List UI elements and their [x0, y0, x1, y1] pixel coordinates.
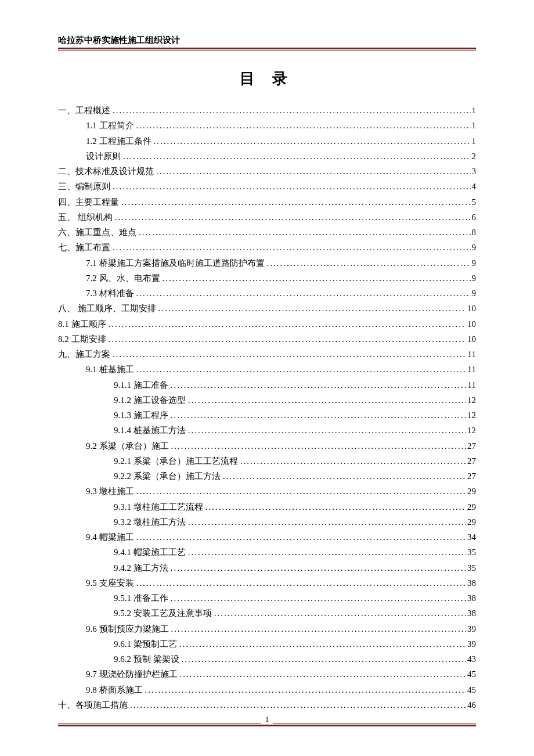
toc-row[interactable]: 9.5.1 准备工作38 — [58, 591, 476, 606]
toc-entry-label: 一、工程概述 — [58, 103, 110, 118]
toc-leader-dots — [221, 469, 466, 484]
toc-leader-dots — [106, 332, 467, 347]
toc-row[interactable]: 一、工程概述1 — [58, 103, 476, 118]
toc-row[interactable]: 9.3.2 墩柱施工方法29 — [58, 514, 476, 530]
toc-row[interactable]: 9.1.1 施工准备11 — [58, 377, 476, 393]
toc-entry-label: 9.7 现浇砼防撞护栏施工 — [86, 667, 178, 682]
toc-row[interactable]: 7.3 材料准备9 — [58, 286, 476, 301]
toc-row[interactable]: 设计原则2 — [58, 149, 476, 164]
toc-leader-dots — [186, 514, 466, 530]
toc-entry-label: 五、 组织机构 — [58, 210, 113, 225]
toc-entry-page: 29 — [466, 514, 476, 530]
toc-entry-page: 5 — [471, 195, 477, 210]
toc-entry-label: 三、编制原则 — [58, 179, 110, 194]
toc-row[interactable]: 9.3 墩柱施工29 — [58, 484, 476, 499]
toc-row[interactable]: 七、施工布置9 — [58, 240, 476, 255]
toc-entry-page: 1 — [471, 103, 477, 118]
toc-leader-dots — [110, 347, 467, 362]
toc-entry-label: 四、主要工程量 — [58, 195, 119, 210]
toc-entry-label: 八、 施工顺序、工期安排 — [58, 301, 156, 316]
toc-entry-label: 9.6.1 梁预制工艺 — [114, 636, 177, 651]
toc-row[interactable]: 五、 组织机构6 — [58, 210, 476, 225]
toc-row[interactable]: 8.2 工期安排10 — [58, 332, 476, 347]
toc-row[interactable]: 9.1.4 桩基施工方法12 — [58, 423, 476, 438]
toc-entry-label: 9.1 桩基施工 — [86, 362, 134, 377]
toc-row[interactable]: 8.1 施工顺序10 — [58, 316, 476, 332]
toc-row[interactable]: 9.6 预制预应力梁施工39 — [58, 621, 476, 636]
toc-row[interactable]: 9.4 帽梁施工34 — [58, 530, 476, 545]
toc-leader-dots — [169, 621, 467, 636]
toc-entry-page: 11 — [467, 347, 476, 362]
toc-entry-label: 7.2 风、水、电布置 — [86, 271, 160, 286]
toc-row[interactable]: 9.4.1 帽梁施工工艺35 — [58, 545, 476, 560]
toc-entry-page: 9 — [471, 255, 477, 271]
toc-row[interactable]: 7.2 风、水、电布置9 — [58, 271, 476, 286]
toc-entry-label: 9.1.4 桩基施工方法 — [114, 423, 186, 438]
toc-entry-page: 35 — [466, 545, 476, 560]
toc-row[interactable]: 三、编制原则4 — [58, 179, 476, 194]
toc-entry-page: 38 — [466, 606, 476, 621]
header-rule — [58, 48, 476, 51]
toc-leader-dots — [169, 438, 467, 453]
toc-row[interactable]: 9.7 现浇砼防撞护栏施工45 — [58, 667, 476, 682]
toc-entry-label: 9.4.1 帽梁施工工艺 — [114, 545, 186, 560]
toc-entry-page: 35 — [466, 560, 476, 575]
toc-entry-label: 9.2 系梁（承台）施工 — [86, 438, 169, 453]
toc-row[interactable]: 九、施工方案11 — [58, 347, 476, 362]
toc-leader-dots — [156, 301, 466, 316]
toc-row[interactable]: 9.8 桥面系施工45 — [58, 682, 476, 697]
toc-leader-dots — [121, 149, 471, 164]
toc-entry-page: 10 — [466, 332, 476, 347]
toc-row[interactable]: 八、 施工顺序、工期安排10 — [58, 301, 476, 316]
toc-entry-page: 1 — [471, 134, 477, 149]
toc-leader-dots — [110, 103, 471, 118]
toc-entry-label: 9.1.2 施工设备选型 — [114, 393, 186, 408]
toc-row[interactable]: 1.1 工程简介1 — [58, 118, 476, 133]
toc-row[interactable]: 9.3.1 墩柱施工工艺流程29 — [58, 499, 476, 514]
toc-entry-page: 10 — [466, 316, 476, 332]
toc-row[interactable]: 9.5.2 安装工艺及注意事项38 — [58, 606, 476, 621]
toc-entry-label: 9.2.2 系梁（承台）施工方法 — [114, 469, 221, 484]
toc-entry-label: 9.5 支座安装 — [86, 575, 134, 591]
toc-row[interactable]: 二、技术标准及设计规范3 — [58, 164, 476, 179]
toc-entry-page: 34 — [466, 530, 476, 545]
page-number: 1 — [261, 715, 273, 724]
toc-leader-dots — [110, 179, 471, 194]
toc-entry-page: 29 — [466, 499, 476, 514]
toc-entry-label: 设计原则 — [86, 149, 121, 164]
toc-leader-dots — [128, 697, 466, 712]
toc-row[interactable]: 六、施工重点、难点8 — [58, 225, 476, 240]
toc-row[interactable]: 9.2.2 系梁（承台）施工方法27 — [58, 469, 476, 484]
toc-row[interactable]: 9.4.2 施工方法35 — [58, 560, 476, 575]
toc-row[interactable]: 9.2 系梁（承台）施工27 — [58, 438, 476, 453]
toc-leader-dots — [134, 118, 471, 133]
toc-list: 一、工程概述11.1 工程简介11.2 工程施工条件1设计原则2二、技术标准及设… — [58, 103, 476, 712]
toc-row[interactable]: 9.5 支座安装38 — [58, 575, 476, 591]
toc-row[interactable]: 7.1 桥梁施工方案措施及临时施工道路防护布置9 — [58, 255, 476, 271]
toc-entry-label: 9.3.1 墩柱施工工艺流程 — [114, 499, 203, 514]
toc-leader-dots — [160, 271, 471, 286]
toc-row[interactable]: 9.6.1 梁预制工艺39 — [58, 636, 476, 651]
toc-row[interactable]: 四、主要工程量5 — [58, 195, 476, 210]
toc-entry-page: 39 — [466, 621, 476, 636]
toc-row[interactable]: 9.6.2 预制 梁架设43 — [58, 651, 476, 667]
toc-leader-dots — [106, 316, 467, 332]
toc-row[interactable]: 9.1.2 施工设备选型12 — [58, 393, 476, 408]
toc-entry-page: 12 — [466, 408, 476, 423]
toc-entry-page: 10 — [466, 301, 476, 316]
toc-entry-page: 46 — [466, 697, 476, 712]
toc-row[interactable]: 9.1.3 施工程序12 — [58, 408, 476, 423]
toc-row[interactable]: 9.2.1 系梁（承台）施工工艺流程27 — [58, 453, 476, 469]
toc-row[interactable]: 9.1 桩基施工11 — [58, 362, 476, 377]
toc-entry-page: 27 — [466, 438, 476, 453]
toc-row[interactable]: 十、各项施工措施46 — [58, 697, 476, 712]
toc-entry-label: 9.8 桥面系施工 — [86, 682, 143, 697]
toc-entry-label: 9.1.3 施工程序 — [114, 408, 168, 423]
toc-entry-page: 27 — [466, 453, 476, 469]
toc-leader-dots — [134, 484, 467, 499]
toc-entry-label: 七、施工布置 — [58, 240, 110, 255]
toc-leader-dots — [178, 667, 467, 682]
toc-entry-page: 11 — [467, 362, 476, 377]
toc-row[interactable]: 1.2 工程施工条件1 — [58, 134, 476, 149]
toc-entry-label: 1.1 工程简介 — [86, 118, 134, 133]
